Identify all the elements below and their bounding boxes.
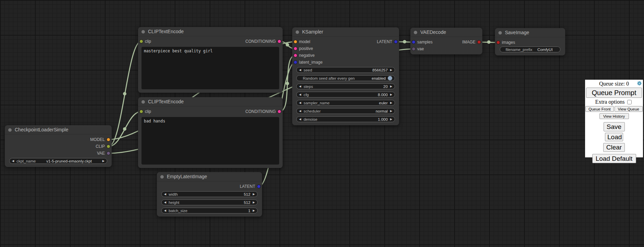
load-button[interactable]: Load <box>605 133 623 141</box>
steps-widget[interactable]: ◀ steps 20 ▶ <box>296 83 395 89</box>
collapse-dot-icon[interactable] <box>141 30 145 34</box>
increment-arrow-icon[interactable]: ▶ <box>390 85 392 88</box>
node-title-bar[interactable]: CheckpointLoaderSimple <box>5 125 112 134</box>
widget-value[interactable]: normal <box>376 109 388 113</box>
node-empty-latent-image[interactable]: EmptyLatentImage LATENT ◀ width 512 ▶ ◀ … <box>157 172 262 217</box>
clear-button[interactable]: Clear <box>603 143 625 152</box>
collapse-dot-icon[interactable] <box>498 31 502 35</box>
clip-output-port[interactable] <box>107 145 110 148</box>
negative-input-port[interactable] <box>294 54 297 57</box>
widget-value[interactable]: 512 <box>244 200 250 205</box>
widget-label: height <box>169 200 179 205</box>
decrement-arrow-icon[interactable]: ◀ <box>299 109 301 113</box>
widget-value[interactable]: 8566257 <box>372 68 388 72</box>
collapse-dot-icon[interactable] <box>160 175 164 179</box>
decrement-arrow-icon[interactable]: ◀ <box>299 118 301 121</box>
node-ksampler[interactable]: KSampler model LATENT positive negative … <box>292 27 399 125</box>
node-clip-text-encode-positive[interactable]: CLIPTextEncode clip CONDITIONING masterp… <box>138 27 283 93</box>
node-title: VAEDecode <box>420 29 446 35</box>
vae-input-port[interactable] <box>412 48 415 51</box>
clip-input-port[interactable] <box>140 40 143 43</box>
widget-value[interactable]: 20 <box>383 84 388 89</box>
node-title-bar[interactable]: CLIPTextEncode <box>138 97 283 106</box>
collapse-dot-icon[interactable] <box>141 100 145 104</box>
load-default-button[interactable]: Load Default <box>592 154 636 163</box>
ckpt-name-widget[interactable]: ◀ ckpt_name v1-5-pruned-emaonly.ckpt ▶ <box>9 158 107 164</box>
node-graph-canvas[interactable]: CheckpointLoaderSimple MODEL CLIP VAE ◀ … <box>0 0 644 247</box>
save-button[interactable]: Save <box>604 122 625 131</box>
increment-arrow-icon[interactable]: ▶ <box>390 93 392 96</box>
batch-size-widget[interactable]: ◀ batch_size 1 ▶ <box>161 208 258 213</box>
widget-value[interactable]: 1.000 <box>378 117 388 121</box>
cfg-widget[interactable]: ◀ cfg 8.000 ▶ <box>296 92 395 98</box>
clip-input-port[interactable] <box>140 110 143 113</box>
view-queue-button[interactable]: View Queue <box>615 106 643 112</box>
decrement-arrow-icon[interactable]: ◀ <box>299 85 301 88</box>
node-vae-decode[interactable]: VAEDecode samples IMAGE vae <box>410 28 482 54</box>
increment-arrow-icon[interactable]: ▶ <box>390 68 392 72</box>
collapse-dot-icon[interactable] <box>296 30 299 34</box>
node-title-bar[interactable]: CLIPTextEncode <box>138 27 283 36</box>
seed-widget[interactable]: ◀ seed 8566257 ▶ <box>296 67 395 73</box>
increment-arrow-icon[interactable]: ▶ <box>390 118 392 121</box>
widget-value[interactable]: ComfyUI <box>537 48 553 52</box>
increment-arrow-icon[interactable]: ▶ <box>253 201 255 204</box>
increment-arrow-icon[interactable]: ▶ <box>390 109 392 113</box>
image-output-port[interactable] <box>478 41 481 44</box>
images-input-port[interactable] <box>497 41 500 44</box>
increment-arrow-icon[interactable]: ▶ <box>253 209 255 212</box>
denoise-widget[interactable]: ◀ denoise 1.000 ▶ <box>296 116 395 122</box>
latent-output-port[interactable] <box>394 40 397 43</box>
decrement-arrow-icon[interactable]: ◀ <box>299 93 301 96</box>
decrement-arrow-icon[interactable]: ◀ <box>164 209 166 212</box>
height-widget[interactable]: ◀ height 512 ▶ <box>161 199 258 205</box>
widget-label: width <box>169 192 178 196</box>
node-save-image[interactable]: SaveImage images filename_prefix ComfyUI <box>495 28 565 55</box>
widget-value[interactable]: 512 <box>244 192 250 196</box>
extra-options-checkbox[interactable] <box>627 100 632 104</box>
conditioning-output-port[interactable] <box>278 110 281 113</box>
queue-front-button[interactable]: Queue Front <box>585 106 614 112</box>
slot-row: vae <box>410 46 482 52</box>
decrement-arrow-icon[interactable]: ◀ <box>299 101 301 104</box>
node-title-bar[interactable]: VAEDecode <box>410 28 482 37</box>
node-checkpoint-loader[interactable]: CheckpointLoaderSimple MODEL CLIP VAE ◀ … <box>5 125 112 167</box>
increment-arrow-icon[interactable]: ▶ <box>390 101 392 104</box>
widget-value[interactable]: 1 <box>248 209 250 213</box>
negative-prompt-textarea[interactable]: bad hands <box>141 117 279 165</box>
gear-icon[interactable] <box>637 81 642 86</box>
random-seed-toggle-widget[interactable]: Random seed after every gen enabled <box>296 75 395 81</box>
node-title-bar[interactable]: SaveImage <box>495 28 565 37</box>
view-history-button[interactable]: View History <box>599 113 629 119</box>
decrement-arrow-icon[interactable]: ◀ <box>164 193 166 196</box>
slot-label: vae <box>417 47 424 51</box>
vae-output-port[interactable] <box>107 152 110 155</box>
scheduler-widget[interactable]: ◀ scheduler normal ▶ <box>296 108 395 114</box>
increment-arrow-icon[interactable]: ▶ <box>102 159 104 162</box>
decrement-arrow-icon[interactable]: ◀ <box>299 68 301 72</box>
collapse-dot-icon[interactable] <box>8 128 12 132</box>
widget-value[interactable]: 8.000 <box>378 93 388 97</box>
positive-input-port[interactable] <box>294 47 297 50</box>
conditioning-output-port[interactable] <box>278 40 281 43</box>
width-widget[interactable]: ◀ width 512 ▶ <box>161 191 258 197</box>
queue-prompt-button[interactable]: Queue Prompt <box>586 88 642 98</box>
model-input-port[interactable] <box>294 40 297 43</box>
collapse-dot-icon[interactable] <box>414 31 417 34</box>
latent-output-port[interactable] <box>257 185 260 188</box>
filename-prefix-widget[interactable]: filename_prefix ComfyUI <box>500 47 560 52</box>
node-title-bar[interactable]: KSampler <box>292 27 399 37</box>
positive-prompt-textarea[interactable]: masterpiece best quality girl <box>141 47 279 89</box>
node-clip-text-encode-negative[interactable]: CLIPTextEncode clip CONDITIONING bad han… <box>138 97 283 168</box>
toggle-enabled-icon[interactable] <box>388 76 392 80</box>
widget-value[interactable]: euler <box>379 101 388 105</box>
widget-value[interactable]: v1-5-pruned-emaonly.ckpt <box>46 159 92 163</box>
increment-arrow-icon[interactable]: ▶ <box>253 193 255 196</box>
decrement-arrow-icon[interactable]: ◀ <box>12 159 14 162</box>
latent-image-input-port[interactable] <box>294 61 297 64</box>
decrement-arrow-icon[interactable]: ◀ <box>164 201 166 204</box>
sampler-name-widget[interactable]: ◀ sampler_name euler ▶ <box>296 100 395 106</box>
model-output-port[interactable] <box>107 138 110 141</box>
samples-input-port[interactable] <box>412 41 415 44</box>
node-title-bar[interactable]: EmptyLatentImage <box>157 172 262 181</box>
